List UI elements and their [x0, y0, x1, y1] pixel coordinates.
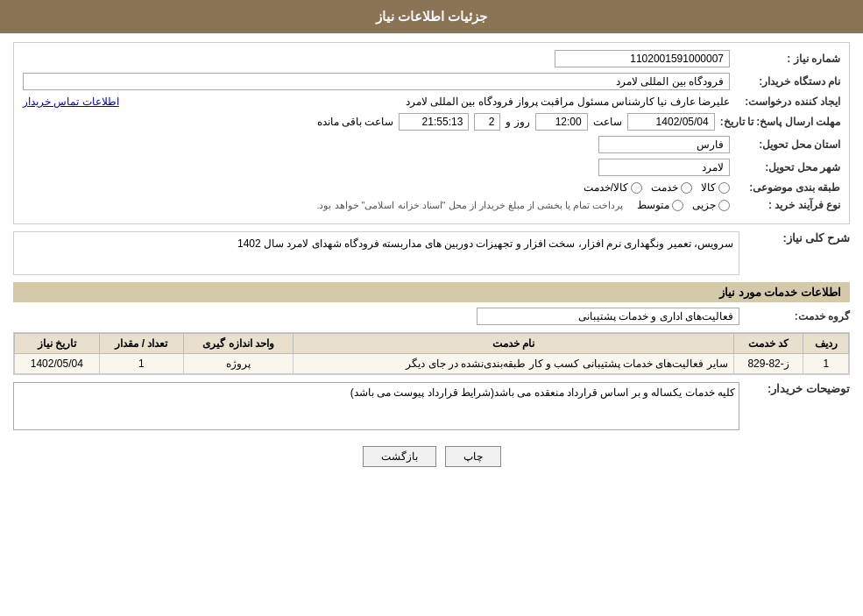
category-service-label: خدمت [651, 181, 678, 194]
col-service-name: نام خدمت [294, 334, 734, 354]
category-radio-both[interactable] [631, 182, 642, 194]
buyer-org-row: نام دستگاه خریدار: فرودگاه بین المللی لا… [23, 73, 840, 90]
page-header: جزئیات اطلاعات نیاز [0, 0, 863, 33]
category-both-label: کالا/خدمت [584, 181, 628, 194]
purchase-type-row: نوع فرآیند خرید : جزیی متوسط پرداخت تمام… [23, 199, 840, 211]
city-value: لامرد [598, 159, 730, 176]
col-quantity: تعداد / مقدار [99, 334, 183, 354]
services-table-container: ردیف کد خدمت نام خدمت واحد اندازه گیری ت… [13, 332, 850, 375]
creator-value: علیرضا عارف نیا کارشناس مسئول مراقبت پرو… [124, 96, 730, 108]
creator-row: ایجاد کننده درخواست: علیرضا عارف نیا کار… [23, 96, 840, 108]
category-radio-goods[interactable] [718, 182, 730, 194]
response-date: 1402/05/04 [627, 113, 715, 131]
category-option-service[interactable]: خدمت [651, 181, 692, 194]
cell-service-name: سایر فعالیت‌های خدمات پشتیبانی کسب و کار… [294, 354, 734, 374]
category-radio-group: کالا خدمت کالا/خدمت [584, 181, 730, 194]
need-description-row: شرح کلی نیاز: سرویس، تعمیر ونگهداری نرم … [13, 231, 850, 275]
purchase-radio-small[interactable] [718, 200, 730, 211]
page-title: جزئیات اطلاعات نیاز [376, 9, 487, 24]
time-label: ساعت [593, 116, 622, 128]
purchase-type-radio-group: جزیی متوسط [637, 199, 730, 211]
purchase-type-medium[interactable]: متوسط [637, 199, 683, 211]
back-button[interactable]: بازگشت [363, 446, 436, 467]
purchase-type-label: نوع فرآیند خرید : [735, 199, 840, 211]
deadline-label: مهلت ارسال پاسخ: تا تاریخ: [720, 116, 840, 128]
need-description-label: شرح کلی نیاز: [745, 231, 850, 244]
city-row: شهر محل تحویل: لامرد [23, 159, 840, 176]
cell-row-num: 1 [803, 354, 849, 374]
col-row-num: ردیف [803, 334, 849, 354]
service-group-row: گروه خدمت: فعالیت‌های اداری و خدمات پشتی… [13, 308, 850, 325]
city-label: شهر محل تحویل: [735, 161, 840, 173]
cell-service-code: ز-82-829 [733, 354, 803, 374]
category-option-goods[interactable]: کالا [701, 181, 730, 194]
need-description-value: سرویس، تعمیر ونگهداری نرم افزار، سخت افز… [13, 231, 739, 275]
creator-label: ایجاد کننده درخواست: [735, 96, 840, 108]
purchase-radio-medium[interactable] [672, 200, 683, 211]
purchase-medium-label: متوسط [637, 199, 669, 211]
col-unit: واحد اندازه گیری [184, 334, 294, 354]
cell-unit: پروژه [184, 354, 294, 374]
response-days: 2 [474, 113, 500, 131]
category-option-both[interactable]: کالا/خدمت [584, 181, 642, 194]
province-value: فارس [598, 136, 730, 153]
need-number-label: شماره نیاز : [735, 53, 840, 65]
col-date: تاریخ نیاز [15, 334, 100, 354]
days-label: روز و [506, 116, 529, 128]
buyer-org-label: نام دستگاه خریدار: [735, 75, 840, 88]
category-radio-service[interactable] [681, 182, 692, 194]
buyer-notes-row: توضیحات خریدار: کلیه خدمات یکساله و بر ا… [13, 382, 850, 433]
services-table: ردیف کد خدمت نام خدمت واحد اندازه گیری ت… [14, 333, 849, 374]
table-header-row: ردیف کد خدمت نام خدمت واحد اندازه گیری ت… [15, 334, 849, 354]
category-label: طبقه بندی موضوعی: [735, 181, 840, 194]
creator-link[interactable]: اطلاعات تماس خریدار [23, 96, 119, 108]
remaining-label: ساعت باقی مانده [317, 116, 394, 128]
purchase-type-note: پرداخت تمام یا بخشی از مبلغ خریدار از مح… [316, 200, 623, 211]
main-form-section: شماره نیاز : 1102001591000007 نام دستگاه… [13, 42, 850, 224]
button-row: چاپ بازگشت [13, 446, 850, 467]
purchase-small-label: جزیی [692, 199, 716, 211]
response-remaining: 21:55:13 [399, 113, 469, 131]
page-wrapper: جزئیات اطلاعات نیاز شماره نیاز : 1102001… [0, 0, 863, 616]
col-service-code: کد خدمت [733, 334, 803, 354]
main-content: شماره نیاز : 1102001591000007 نام دستگاه… [0, 33, 863, 485]
table-row: 1 ز-82-829 سایر فعالیت‌های خدمات پشتیبان… [15, 354, 849, 374]
service-group-value: فعالیت‌های اداری و خدمات پشتیبانی [477, 308, 739, 325]
buyer-notes-textarea[interactable] [13, 382, 739, 430]
print-button[interactable]: چاپ [445, 446, 501, 467]
province-row: استان محل تحویل: فارس [23, 136, 840, 153]
response-time: 12:00 [535, 113, 588, 131]
cell-date: 1402/05/04 [15, 354, 100, 374]
cell-quantity: 1 [99, 354, 183, 374]
need-number-value: 1102001591000007 [555, 50, 730, 67]
category-row: طبقه بندی موضوعی: کالا خدمت کالا/خدمت [23, 181, 840, 194]
purchase-type-small[interactable]: جزیی [692, 199, 730, 211]
need-number-row: شماره نیاز : 1102001591000007 [23, 50, 840, 67]
service-info-title: اطلاعات خدمات مورد نیاز [13, 282, 850, 302]
buyer-notes-label: توضیحات خریدار: [745, 382, 850, 395]
service-group-label: گروه خدمت: [745, 310, 850, 322]
province-label: استان محل تحویل: [735, 138, 840, 151]
category-goods-label: کالا [701, 181, 716, 194]
buyer-org-value: فرودگاه بین المللی لامرد [23, 73, 730, 90]
deadline-row: مهلت ارسال پاسخ: تا تاریخ: 1402/05/04 سا… [23, 113, 840, 131]
